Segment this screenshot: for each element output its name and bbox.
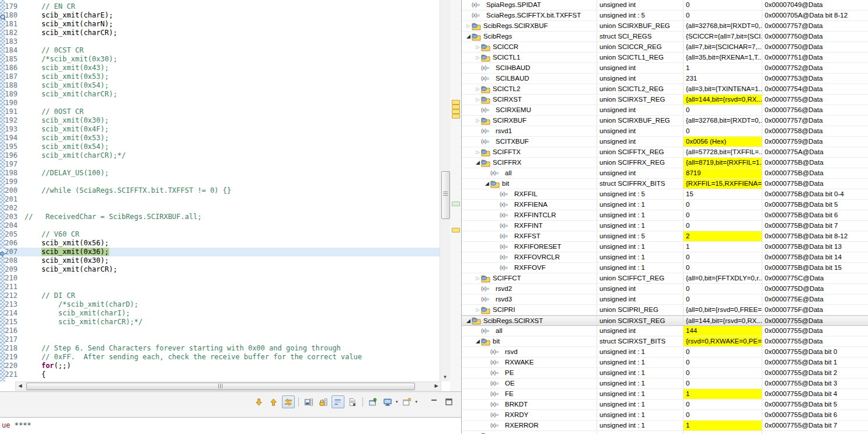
cell-value[interactable]: {RXFFIL=15,RXFFIENA=0,... (684, 179, 762, 189)
cell-value[interactable]: 0 (684, 252, 762, 262)
watch-row-bit[interactable]: ◢bitstruct SCIRXST_BITS{rsvd=0,RXWAKE=0,… (462, 336, 868, 347)
watch-row-rsvd3[interactable]: (x)=rsvd3unsigned int00x0000775E@Data (462, 294, 868, 305)
watch-row-FE[interactable]: (x)=FEunsigned int : 110x00007755@Data b… (462, 389, 868, 400)
code-line-213[interactable]: 213 /*scib_xmit(charD); (0, 300, 440, 309)
overview-marker-yellow[interactable] (452, 100, 460, 105)
code-line-214[interactable]: 214 scib_xmit(charI); (0, 309, 440, 318)
watch-row-RXWAKE[interactable]: (x)=RXWAKEunsigned int : 100x00007755@Da… (462, 357, 868, 368)
word-wrap-icon[interactable] (332, 395, 344, 408)
display-console-icon[interactable] (381, 395, 394, 408)
tree-expand-arrow-collapsed[interactable]: ▷ (475, 116, 481, 126)
cell-value[interactable]: 0 (684, 357, 762, 367)
open-console-icon[interactable] (400, 395, 413, 408)
watch-row-partial[interactable]: ◢ (462, 431, 868, 434)
scroll-lock-icon[interactable] (317, 395, 330, 408)
code-line-190[interactable]: 190 (0, 99, 440, 107)
tree-expand-arrow-expanded[interactable]: ◢ (465, 316, 472, 325)
watch-row-PE[interactable]: (x)=PEunsigned int : 100x00007755@Data b… (462, 368, 868, 379)
code-line-186[interactable]: 186 scib_xmit(0x43); (0, 64, 440, 72)
code-line-189[interactable]: 189 scib_xmit(charCR); (0, 90, 440, 99)
watch-row-SCIFFRX[interactable]: ◢SCIFFRXunion SCIFFRX_REG{all=8719,bit={… (462, 158, 868, 168)
code-line-182[interactable]: 182 scib_xmit(charCR); (0, 29, 440, 37)
watch-row-rsvd1[interactable]: (x)=rsvd1unsigned int00x00007758@Data (462, 126, 868, 137)
code-line-195[interactable]: 195 scib_xmit(0x54); (0, 143, 440, 151)
cell-value[interactable]: 0 (684, 210, 762, 220)
watch-row-SCIRXBUF[interactable]: ▷SCIRXBUFunion SCIRXBUF_REG{all=32768,bi… (462, 116, 868, 126)
watch-row-SCIRXST[interactable]: ▷SCIRXSTunion SCIRXST_REG{all=144,bit={r… (462, 95, 868, 105)
display-console-icon-dropdown[interactable]: ▾ (396, 400, 398, 404)
code-line-196[interactable]: 196 scib_xmit(charCR);*/ (0, 151, 440, 160)
cell-value[interactable]: {all=57728,bit={TXFFIL=... (684, 147, 762, 157)
cell-value[interactable]: {all=35,bit={RXENA=1,T... (684, 53, 762, 63)
tree-expand-arrow-expanded[interactable]: ◢ (465, 32, 472, 41)
pin-console-icon[interactable] (367, 395, 379, 408)
code-line-200[interactable]: 200 //while (SciaRegs.SCIFFTX.bit.TXFFST… (0, 186, 440, 195)
code-line-193[interactable]: 193 scib_xmit(0x4F); (0, 125, 440, 134)
code-line-221[interactable]: 221 { (0, 370, 440, 379)
cell-value[interactable]: {all=8719,bit={RXFFIL=1... (684, 158, 762, 168)
tree-expand-arrow-collapsed[interactable]: ▷ (475, 273, 481, 283)
watch-row-OE[interactable]: (x)=OEunsigned int : 100x00007755@Data b… (462, 379, 868, 389)
code-line-209[interactable]: 209 scib_xmit(charCR); (0, 265, 440, 274)
watch-row-RXRDY[interactable]: (x)=RXRDYunsigned int : 100x00007755@Dat… (462, 410, 868, 421)
watch-row-RXFFOVRCLR[interactable]: (x)=RXFFOVRCLRunsigned int : 100x0000775… (462, 252, 868, 263)
cell-value[interactable]: 0 (684, 368, 762, 378)
tree-expand-arrow-collapsed[interactable]: ▷ (465, 21, 472, 31)
scroll-right-arrow-icon[interactable]: ▶ (432, 382, 441, 390)
code-line-187[interactable]: 187 scib_xmit(0x53); (0, 72, 440, 81)
down-arrow-icon[interactable] (253, 395, 266, 408)
code-line-204[interactable]: 204 (0, 221, 440, 230)
pc-arrow-icon[interactable] (0, 249, 5, 256)
cell-value[interactable]: 0 (684, 0, 762, 10)
watch-row-SpiaRegs.SPIDAT[interactable]: (x)=SpiaRegs.SPIDATunsigned int00x000070… (462, 0, 868, 11)
code-line-179[interactable]: 179 // EN CR (0, 2, 440, 11)
cell-value[interactable]: {all=32768,bit={RXDT=0,... (684, 116, 762, 126)
scroll-left-arrow-icon[interactable]: ◀ (16, 382, 25, 390)
watch-row-SciaRegs.SCIFFTX.bit.TXFFST[interactable]: (x)=SciaRegs.SCIFFTX.bit.TXFFSTunsigned … (462, 11, 868, 21)
tree-expand-arrow-expanded[interactable]: ◢ (475, 431, 481, 434)
overview-marker-yellow[interactable] (452, 114, 460, 119)
watch-row-rsvd2[interactable]: (x)=rsvd2unsigned int00x0000775D@Data (462, 284, 868, 294)
code-line-184[interactable]: 184 // 0CST CR (0, 46, 440, 55)
scroll-down-arrow-icon[interactable]: ▼ (440, 373, 450, 381)
cell-value[interactable]: 0 (684, 294, 762, 304)
cell-value[interactable]: {all=0,bit={rsvd=0,FREE=... (684, 305, 762, 315)
code-line-216[interactable]: 216 (0, 327, 440, 335)
code-line-212[interactable]: 212 // DI CR (0, 291, 440, 300)
code-line-191[interactable]: 191 // 0OST CR (0, 107, 440, 116)
cell-value[interactable]: 0 (684, 126, 762, 136)
cell-value[interactable]: 15 (684, 189, 762, 199)
up-arrow-icon[interactable] (267, 395, 280, 408)
code-line-199[interactable]: 199 (0, 178, 440, 186)
cell-value[interactable]: 8719 (684, 168, 762, 178)
watch-row-ScibRegs.SCIRXBUF[interactable]: ▷ScibRegs.SCIRXBUFunion SCIRXBUF_REG{all… (462, 21, 868, 32)
cell-value[interactable]: 0 (684, 221, 762, 231)
maximize-icon[interactable] (442, 395, 455, 408)
watch-row-RXFFINTCLR[interactable]: (x)=RXFFINTCLRunsigned int : 100x0000775… (462, 210, 868, 221)
clear-console-icon[interactable] (346, 395, 359, 408)
tree-expand-arrow-collapsed[interactable]: ▷ (475, 84, 481, 94)
code-line-208[interactable]: 208 scib_xmit(0x30); (0, 256, 440, 265)
watch-row-SCIPRI[interactable]: ▷SCIPRIunion SCIPRI_REG{all=0,bit={rsvd=… (462, 305, 868, 315)
code-line-206[interactable]: 206 scib_xmit(0x56); (0, 239, 440, 248)
overview-marker-yellow[interactable] (452, 105, 460, 109)
tree-expand-arrow-collapsed[interactable]: ▷ (475, 147, 481, 157)
watch-row-RXFFIENA[interactable]: (x)=RXFFIENAunsigned int : 100x0000775B@… (462, 200, 868, 210)
watch-row-SCICCR[interactable]: ▷SCICCRunion SCICCR_REG{all=7,bit={SCICH… (462, 42, 868, 53)
code-line-202[interactable]: 202 (0, 204, 440, 213)
code-line-210[interactable]: 210 (0, 274, 440, 283)
watch-row-RXFFST[interactable]: (x)=RXFFSTunsigned int : 520x0000775B@Da… (462, 231, 868, 242)
swap-arrows-icon[interactable] (282, 395, 295, 408)
cell-value[interactable]: 0 (684, 11, 762, 20)
cell-value[interactable]: {all=32768,bit={RXDT=0,... (684, 21, 762, 31)
code-line-197[interactable]: 197 (0, 160, 440, 169)
watch-row-SCIHBAUD[interactable]: (x)=SCIHBAUDunsigned int10x00007752@Data (462, 63, 868, 74)
code-line-205[interactable]: 205 // V60 CR (0, 230, 440, 239)
cell-value[interactable]: 144 (684, 326, 762, 336)
code-editor[interactable]: 179 // EN CR180 scib_xmit(charE);181 sci… (0, 0, 461, 392)
watch-row-all[interactable]: (x)=allunsigned int1440x00007755@Data (462, 326, 868, 336)
code-line-218[interactable]: 218 // Step 6. Send Characters forever s… (0, 344, 440, 353)
save-console-icon[interactable] (302, 395, 315, 408)
code-line-188[interactable]: 188 scib_xmit(0x54); (0, 81, 440, 90)
watch-row-SCIFFTX[interactable]: ▷SCIFFTXunion SCIFFTX_REG{all=57728,bit=… (462, 147, 868, 158)
